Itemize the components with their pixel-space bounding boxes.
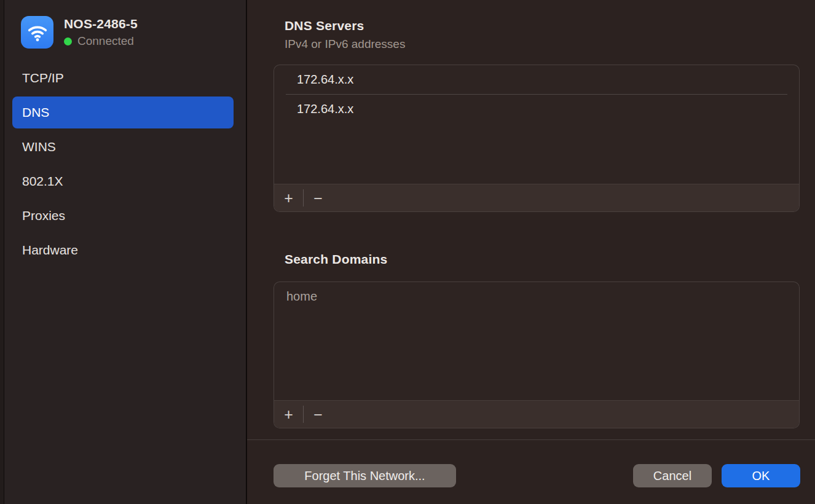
remove-dns-server-button[interactable]: − [304, 184, 333, 212]
minus-icon: − [313, 401, 323, 428]
network-details-window: NOS-2486-5 Connected TCP/IP DNS WINS 802… [0, 0, 815, 504]
remove-search-domain-button[interactable]: − [304, 401, 333, 428]
ok-button[interactable]: OK [722, 464, 800, 487]
sidebar-item-tcpip[interactable]: TCP/IP [0, 61, 246, 95]
status-label: Connected [77, 34, 134, 48]
minus-icon: − [313, 184, 323, 212]
add-dns-server-button[interactable]: + [274, 184, 303, 212]
search-domain-row[interactable]: home [274, 282, 799, 311]
search-domains-list: home + − [274, 282, 800, 428]
plus-icon: + [284, 401, 293, 428]
plus-icon: + [284, 184, 293, 212]
network-header-text: NOS-2486-5 Connected [64, 17, 138, 48]
wifi-icon [21, 16, 53, 49]
search-domains-title: Search Domains [285, 252, 387, 267]
search-domains-toolbar: + − [274, 400, 799, 428]
sidebar: NOS-2486-5 Connected TCP/IP DNS WINS 802… [0, 0, 247, 504]
dns-pane: DNS Servers IPv4 or IPv6 addresses 172.6… [247, 0, 815, 504]
dns-servers-subtitle: IPv4 or IPv6 addresses [285, 37, 405, 51]
dns-server-row[interactable]: 172.64.x.x [274, 65, 799, 94]
network-name: NOS-2486-5 [64, 17, 138, 31]
forget-network-button[interactable]: Forget This Network... [274, 464, 456, 487]
sidebar-item-proxies[interactable]: Proxies [0, 199, 246, 233]
sidebar-item-hardware[interactable]: Hardware [0, 233, 246, 267]
footer-divider [247, 439, 815, 440]
sidebar-nav: TCP/IP DNS WINS 802.1X Proxies Hardware [0, 61, 246, 267]
network-header: NOS-2486-5 Connected [0, 0, 246, 49]
dns-servers-toolbar: + − [274, 184, 799, 211]
network-status: Connected [64, 34, 138, 48]
dns-server-row[interactable]: 172.64.x.x [274, 95, 799, 124]
dns-servers-list: 172.64.x.x 172.64.x.x + − [274, 65, 800, 212]
sidebar-item-dns[interactable]: DNS [12, 96, 234, 128]
sidebar-item-8021x[interactable]: 802.1X [0, 164, 246, 199]
sidebar-item-wins[interactable]: WINS [0, 130, 246, 164]
dns-servers-title: DNS Servers [285, 18, 364, 33]
cancel-button[interactable]: Cancel [633, 464, 712, 487]
add-search-domain-button[interactable]: + [274, 401, 303, 428]
connected-status-dot-icon [64, 37, 72, 45]
